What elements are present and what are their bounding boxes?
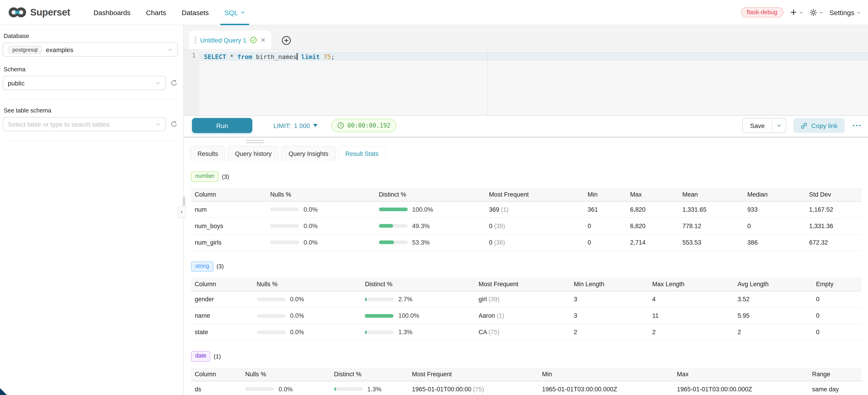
schema-value: public — [8, 79, 25, 87]
stat-value-cell: 1,331.36 — [805, 222, 862, 229]
chevron-down-icon — [155, 121, 161, 127]
distinct-bar: 49.3% — [375, 222, 485, 229]
refresh-tables-button[interactable] — [170, 120, 178, 128]
query-tabstrip: Untitled Query 1 — [184, 25, 868, 50]
column-name-cell: name — [191, 312, 253, 320]
nulls-bar: 0.0% — [267, 222, 375, 229]
save-options-caret[interactable] — [772, 118, 786, 132]
refresh-schema-button[interactable] — [170, 79, 178, 87]
tab-query-insights[interactable]: Query Insights — [281, 146, 336, 161]
new-item-button[interactable] — [790, 9, 803, 16]
run-button[interactable]: Run — [192, 118, 252, 133]
nav-item-sql[interactable]: SQL — [217, 0, 253, 25]
chevron-down-icon — [241, 10, 245, 14]
collapse-sidebar-button[interactable]: ‹ — [178, 206, 186, 218]
stat-value-cell: 6,820 — [626, 222, 679, 229]
stat-value-cell: 0 — [812, 329, 862, 336]
nav-item-dashboards[interactable]: Dashboards — [86, 0, 138, 25]
table-row: ds0.0%1.3%1965-01-01T00:00:00 (75)1965-0… — [191, 381, 862, 395]
stat-value-cell: 1965-01-01T03:00:00.000Z — [673, 386, 808, 393]
table-header-cell: Distinct % — [330, 371, 408, 377]
settings-menu[interactable]: Settings — [830, 8, 861, 16]
more-actions-button[interactable] — [852, 123, 862, 128]
copy-link-button[interactable]: Copy link — [794, 118, 844, 133]
database-select[interactable]: postgresql examples — [3, 42, 178, 57]
chevron-down-icon — [167, 47, 173, 52]
chevron-down-icon — [155, 80, 161, 86]
sqllab-sidebar: Database postgresql examples Schema publ… — [0, 25, 184, 395]
table-header-cell: Distinct % — [375, 191, 485, 198]
stats-table: ColumnNulls %Distinct %Most FrequentMinM… — [191, 368, 862, 395]
column-name-cell: gender — [191, 296, 253, 303]
database-label: Database — [4, 32, 178, 39]
database-value: examples — [46, 46, 73, 53]
table-row: name0.0%100.0%Aaron (1)3115.950 — [191, 308, 862, 324]
most-frequent-cell: girl (39) — [475, 296, 570, 303]
nav-item-datasets[interactable]: Datasets — [174, 0, 216, 25]
table-row: gender0.0%2.7%girl (39)343.520 — [191, 292, 862, 308]
clock-icon — [337, 122, 344, 129]
stat-value-cell: 0 — [812, 296, 862, 303]
drag-handle-icon[interactable] — [195, 37, 196, 43]
query-tab-title: Untitled Query 1 — [200, 36, 246, 44]
table-header-cell: Max — [673, 371, 808, 377]
tab-query-history[interactable]: Query history — [228, 146, 279, 161]
close-tab-icon[interactable] — [260, 37, 266, 42]
limit-dropdown[interactable]: LIMIT: 1 000 — [273, 122, 318, 129]
table-header-cell: Empty — [812, 281, 862, 288]
most-frequent-cell: 0 (39) — [485, 222, 584, 229]
stat-value-cell: 3 — [570, 312, 649, 320]
stats-section: number(3)ColumnNulls %Distinct %Most Fre… — [190, 172, 868, 251]
table-header-cell: Std Dev — [805, 191, 862, 198]
stat-value-cell: 2 — [570, 329, 649, 336]
link-icon — [800, 122, 808, 129]
save-query-button[interactable]: Save — [742, 118, 786, 133]
stat-value-cell: 2,714 — [626, 239, 679, 246]
schema-select[interactable]: public — [3, 76, 166, 90]
query-success-icon — [250, 37, 257, 43]
distinct-bar: 100.0% — [361, 312, 475, 320]
theme-toggle[interactable] — [809, 8, 823, 16]
add-query-tab-button[interactable] — [281, 35, 291, 45]
distinct-bar: 1.3% — [361, 329, 475, 336]
panel-splitter — [184, 135, 868, 146]
sql-code-editor[interactable]: 1 SELECT * from birth_names limit 75; — [184, 50, 868, 116]
table-select[interactable]: Select table or type to search tables — [3, 117, 166, 131]
table-header-cell: Min — [538, 371, 673, 377]
editor-toolbar: Run LIMIT: 1 000 00:00:00.192 — [184, 116, 868, 135]
most-frequent-cell: 0 (36) — [485, 239, 584, 246]
stat-value-cell: 1,331.65 — [679, 206, 744, 213]
table-header-cell: Column — [191, 371, 242, 377]
superset-logo[interactable]: Superset — [8, 6, 70, 18]
query-timer: 00:00:00.192 — [331, 119, 396, 132]
chevron-down-icon — [857, 10, 861, 14]
tab-results[interactable]: Results — [190, 146, 225, 161]
plus-icon — [790, 9, 797, 16]
nav-item-charts[interactable]: Charts — [138, 0, 174, 25]
column-name-cell: state — [191, 329, 253, 336]
splitter-drag-handle[interactable] — [246, 140, 264, 145]
chevron-down-icon — [799, 10, 803, 14]
sql-code-line: SELECT * from birth_names limit 75; — [199, 52, 868, 61]
editor-code-area[interactable]: SELECT * from birth_names limit 75; — [199, 50, 868, 115]
query-tab[interactable]: Untitled Query 1 — [189, 31, 271, 49]
caret-down-icon — [313, 124, 318, 127]
type-count: (3) — [216, 263, 224, 270]
table-header-cell: Column — [191, 191, 267, 198]
navbar-right: flask-debug — [741, 7, 861, 18]
nulls-bar: 0.0% — [267, 239, 375, 246]
editor-gutter: 1 — [184, 50, 199, 115]
limit-value: 1 000 — [294, 122, 310, 129]
stat-value-cell: 386 — [744, 239, 805, 246]
stat-value-cell: 0 — [812, 312, 862, 320]
brand-name: Superset — [30, 7, 70, 18]
table-header-cell: Nulls % — [242, 371, 330, 377]
table-header-row: ColumnNulls %Distinct %Most FrequentMin … — [191, 278, 862, 292]
table-header-cell: Min — [584, 191, 626, 198]
stat-value-cell: 933 — [744, 206, 805, 213]
table-header-cell: Max Length — [649, 281, 734, 288]
nulls-bar: 0.0% — [253, 312, 361, 320]
stat-value-cell: 2 — [649, 329, 734, 336]
sql-editor-panel: Untitled Query 1 — [184, 25, 868, 395]
tab-result-stats[interactable]: Result Stats — [338, 146, 386, 161]
